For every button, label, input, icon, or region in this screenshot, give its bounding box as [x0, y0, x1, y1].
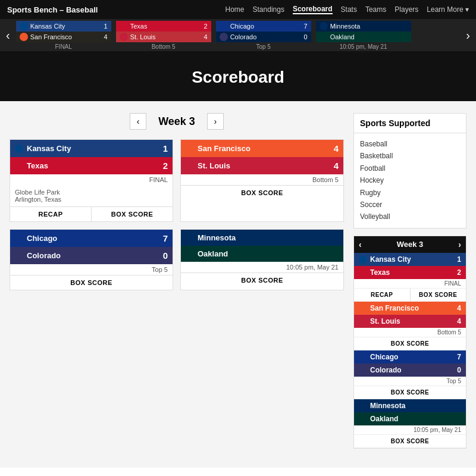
sb-team2-name: Oakland — [370, 415, 398, 423]
sb-game-status: Bottom 5 — [354, 328, 466, 337]
scoreboard-header: Scoreboard — [0, 51, 476, 101]
ticker-next-arrow[interactable]: › — [460, 29, 476, 42]
team1-name: Chicago — [27, 234, 57, 243]
week-next-arrow[interactable]: › — [207, 113, 224, 130]
sb-team2-score: 2 — [457, 268, 461, 277]
team2-score: 2 — [163, 161, 168, 171]
ticker-team1-score: 1 — [104, 23, 108, 30]
nav-scoreboard[interactable]: Scoreboard — [293, 5, 333, 14]
ticker-team1-score: 7 — [304, 23, 308, 30]
ticker-game-1: Kansas City 1 San Francisco 4 FINAL — [16, 21, 111, 50]
sb-team2-name: St. Louis — [370, 317, 400, 325]
sidebar-scoreboard-widget: ‹ Week 3 › Kansas City 1 Texas — [353, 236, 466, 449]
sb-team1-name: Chicago — [370, 353, 398, 361]
game-team-row-away: Texas 2 — [10, 157, 173, 174]
min-icon — [186, 234, 194, 242]
sb-team1-score: 4 — [457, 304, 461, 312]
game-team-row-home: Minnesota — [181, 230, 343, 246]
ticker-prev-arrow[interactable]: ‹ — [0, 29, 16, 42]
game-ticker: ‹ Kansas City 1 San Francisco 4 FINAL — [0, 19, 476, 51]
sb-game-actions: BOX SCORE — [354, 434, 466, 447]
game-card-1: Kansas City 1 Texas 2 FINAL Globe Life P… — [10, 139, 173, 222]
nav-players[interactable]: Players — [394, 5, 418, 14]
games-grid: Kansas City 1 Texas 2 FINAL Globe Life P… — [10, 139, 344, 290]
box-score-button[interactable]: BOX SCORE — [181, 186, 343, 200]
sb-team-row: Oakland — [354, 412, 466, 425]
game-actions: RECAP BOX SCORE — [10, 206, 173, 221]
sidebar-next-arrow[interactable]: › — [458, 240, 461, 249]
box-score-button[interactable]: BOX SCORE — [10, 275, 173, 290]
team1-name: Kansas City — [27, 144, 71, 153]
ticker-team2-score: 4 — [204, 33, 208, 40]
chi-logo — [220, 22, 228, 30]
main-content: ‹ Week 3 › Kansas City 1 Texas — [0, 101, 476, 468]
week-prev-arrow[interactable]: ‹ — [130, 113, 146, 130]
sb-recap-button[interactable]: RECAP — [354, 289, 411, 301]
sidebar-prev-arrow[interactable]: ‹ — [359, 240, 362, 249]
nav-standings[interactable]: Standings — [253, 5, 284, 14]
nav-home[interactable]: Home — [226, 5, 245, 14]
ticker-team-row: Texas 2 — [116, 21, 211, 32]
game-team-row-away: Colorado 0 — [10, 247, 173, 264]
sidebar-game-4: Minnesota Oakland 10:05 pm, May 21 BOX S… — [354, 399, 466, 448]
ticker-team2-score: 4 — [104, 33, 108, 40]
sb-team-row: Chicago 7 — [354, 350, 466, 364]
scoreboard-title: Scoreboard — [0, 68, 476, 87]
week-nav: ‹ Week 3 › — [10, 113, 344, 130]
sb-team-row: Minnesota — [354, 399, 466, 412]
team1-name: San Francisco — [198, 144, 250, 153]
stl-icon — [186, 162, 194, 170]
nav-stats[interactable]: Stats — [341, 5, 357, 14]
team1-score: 7 — [163, 233, 168, 243]
sb-box-score-button[interactable]: BOX SCORE — [354, 386, 466, 399]
kc-icon — [359, 255, 367, 264]
sidebar-week-nav: ‹ Week 3 › — [354, 236, 466, 253]
game-team-row-away: Oakland — [181, 246, 343, 262]
sb-game-actions: RECAP BOX SCORE — [354, 288, 466, 301]
ticker-team2-name: Colorado — [230, 33, 257, 40]
sidebar: Sports Supported BaseballBasketballFootb… — [353, 113, 466, 456]
nav-learn-more[interactable]: Learn More ▾ — [427, 5, 469, 14]
sb-box-score-button[interactable]: BOX SCORE — [411, 289, 466, 301]
oak-icon — [186, 250, 194, 258]
ticker-team2-name: Oakland — [330, 33, 355, 40]
team1-score: 1 — [163, 143, 168, 154]
ticker-team-row: Chicago 7 — [216, 21, 311, 32]
col-icon — [15, 252, 23, 260]
box-score-button[interactable]: BOX SCORE — [181, 273, 343, 287]
game-venue: Globe Life ParkArlington, Texas — [10, 185, 173, 206]
ticker-team2-name: San Francisco — [30, 33, 72, 40]
kc-logo — [20, 22, 28, 30]
team1-name: Minnesota — [198, 233, 236, 242]
game-status: Top 5 — [10, 264, 173, 275]
team2-name: Texas — [27, 161, 48, 170]
ticker-team-row: Kansas City 1 — [16, 21, 111, 32]
sb-box-score-button[interactable]: BOX SCORE — [354, 337, 466, 350]
sidebar-game-3: Chicago 7 Colorado 0 Top 5 BOX SCORE — [354, 350, 466, 399]
team1-score: 4 — [334, 143, 339, 154]
sb-game-status: 10:05 pm, May 21 — [354, 425, 466, 434]
texas-icon — [359, 268, 367, 277]
sb-box-score-button[interactable]: BOX SCORE — [354, 435, 466, 447]
sb-team1-name: Minnesota — [370, 402, 405, 410]
sb-team1-name: Kansas City — [370, 255, 411, 264]
sb-game-actions: BOX SCORE — [354, 386, 466, 399]
center-area: ‹ Week 3 › Kansas City 1 Texas — [10, 113, 344, 456]
sb-team-row: Kansas City 1 — [354, 253, 466, 266]
box-score-button[interactable]: BOX SCORE — [92, 207, 173, 221]
sb-team2-score: 0 — [457, 366, 461, 374]
ticker-team1-name: Kansas City — [30, 23, 65, 30]
game-card-2: San Francisco 4 St. Louis 4 Bottom 5 BOX… — [180, 139, 344, 222]
stl-icon — [359, 317, 367, 325]
texas-icon — [15, 162, 23, 170]
min-icon — [359, 402, 367, 410]
recap-button[interactable]: RECAP — [10, 207, 92, 221]
sf-icon — [186, 145, 194, 153]
ticker-game-2: Texas 2 St. Louis 4 Bottom 5 — [116, 21, 211, 50]
game-card-4: Minnesota Oakland 10:05 pm, May 21 BOX S… — [180, 229, 344, 290]
ticker-team-row: Colorado 0 — [216, 32, 311, 42]
game-status: 10:05 pm, May 21 — [181, 262, 343, 273]
sb-team1-score: 7 — [457, 353, 461, 361]
ticker-games: Kansas City 1 San Francisco 4 FINAL Texa… — [16, 21, 461, 50]
nav-teams[interactable]: Teams — [365, 5, 386, 14]
